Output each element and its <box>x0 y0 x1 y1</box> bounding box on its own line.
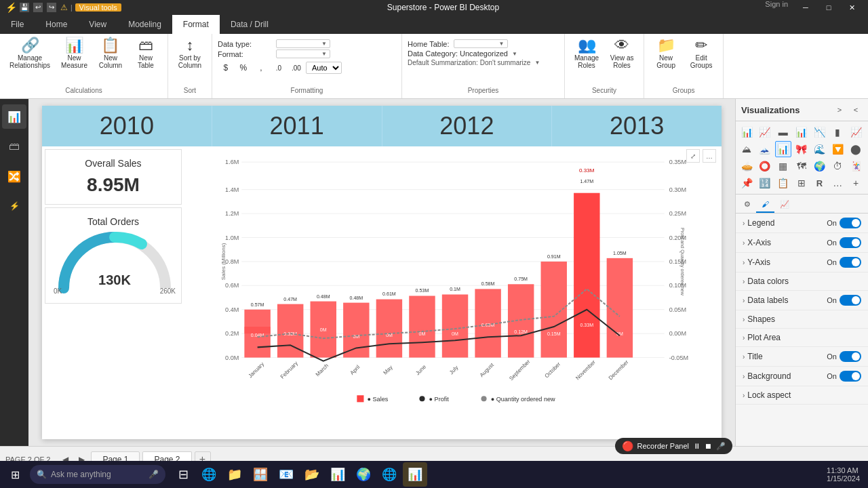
viz-r-visual[interactable]: R <box>811 175 827 191</box>
viz-tab-format[interactable]: 🖌 <box>756 197 774 213</box>
format-option-legend[interactable]: ›LegendOn <box>736 214 868 233</box>
dollar-button[interactable]: $ <box>218 60 234 76</box>
taskbar-search[interactable]: 🔍 Ask me anything 🎤 <box>30 465 165 484</box>
nav-dax-icon[interactable]: ⚡ <box>2 194 26 218</box>
viz-table[interactable]: 📋 <box>775 175 791 191</box>
viz-line[interactable]: 📈 <box>848 124 864 140</box>
manage-relationships-button[interactable]: 🔗 ManageRelationships <box>5 37 54 70</box>
edit-groups-button[interactable]: ✏ EditGroups <box>685 37 717 70</box>
recorder-panel[interactable]: 🔴 Recorder Panel ⏸ ⏹ 🎤 <box>615 438 732 454</box>
taskview-app[interactable]: ⊟ <box>171 462 195 487</box>
files-app[interactable]: 📂 <box>300 462 324 487</box>
viz-treemap[interactable]: ▦ <box>775 158 791 174</box>
close-btn[interactable]: ✕ <box>841 0 863 15</box>
recorder-stop-icon[interactable]: ⏸ <box>693 442 701 450</box>
toggle-legend[interactable] <box>840 218 861 228</box>
tab-file[interactable]: File <box>0 15 35 34</box>
view-as-roles-button[interactable]: 👁 View asRoles <box>606 37 638 70</box>
sort-by-column-button[interactable]: ↕ Sort byColumn <box>174 37 206 70</box>
tab-view[interactable]: View <box>78 15 117 34</box>
excel-app[interactable]: 📊 <box>326 462 350 487</box>
viz-card[interactable]: 🃏 <box>848 158 864 174</box>
viz-more[interactable]: … <box>829 175 846 191</box>
explorer-app[interactable]: 📁 <box>222 462 247 487</box>
maximize-btn[interactable]: □ <box>818 0 840 15</box>
edge-app[interactable]: 🌐 <box>197 462 221 487</box>
powerbi-app[interactable]: 📊 <box>403 462 427 487</box>
toggle-x-axis[interactable] <box>840 237 861 248</box>
toggle-y-axis[interactable] <box>840 257 861 268</box>
viz-area[interactable]: ⛰ <box>738 141 755 157</box>
viz-matrix[interactable]: ⊞ <box>793 175 810 191</box>
auto-format-select[interactable]: Auto <box>306 62 342 74</box>
viz-tab-fields[interactable]: ⚙ <box>738 197 756 213</box>
viz-waterfall[interactable]: 🌊 <box>811 141 827 157</box>
toggle-title[interactable] <box>840 351 861 362</box>
viz-funnel[interactable]: 🔽 <box>829 141 846 157</box>
format-option-data-labels[interactable]: ›Data labelsOn <box>736 291 868 310</box>
minimize-btn[interactable]: ─ <box>795 0 816 15</box>
viz-collapse-btn[interactable]: < <box>849 103 863 117</box>
viz-slicer[interactable]: 🔢 <box>757 175 773 191</box>
viz-map[interactable]: 🗺 <box>793 158 810 174</box>
comma-button[interactable]: , <box>253 60 269 76</box>
format-option-background[interactable]: ›BackgroundOn <box>736 367 868 386</box>
window-controls[interactable]: Sign in ─ □ ✕ <box>765 0 863 15</box>
viz-stacked-area[interactable]: 🗻 <box>757 141 773 157</box>
tab-data-drill[interactable]: Data / Drill <box>220 15 279 34</box>
toggle-data-labels[interactable] <box>840 295 861 306</box>
viz-stacked-column[interactable]: 📊 <box>793 124 810 140</box>
new-table-button[interactable]: 🗃 NewTable <box>130 37 162 70</box>
undo-icon[interactable]: ↩ <box>33 3 43 12</box>
viz-kpi[interactable]: 📌 <box>738 175 755 191</box>
new-measure-button[interactable]: 📊 NewMeasure <box>57 37 92 70</box>
format-option-shapes[interactable]: ›Shapes <box>736 310 868 329</box>
store-app[interactable]: 🪟 <box>248 462 273 487</box>
viz-stacked-bar[interactable]: 📊 <box>738 124 755 140</box>
format-option-lock-aspect[interactable]: ›Lock aspect <box>736 386 868 405</box>
increase-decimal-button[interactable]: .00 <box>288 60 304 76</box>
viz-donut[interactable]: ⭕ <box>757 158 773 174</box>
viz-tab-analytics[interactable]: 📈 <box>774 197 795 213</box>
tab-modeling[interactable]: Modeling <box>117 15 172 34</box>
viz-expand-btn[interactable]: > <box>833 103 846 117</box>
data-type-value[interactable]: ▼ <box>276 39 330 48</box>
chart-more-btn[interactable]: … <box>703 149 716 163</box>
tab-format[interactable]: Format <box>172 15 220 34</box>
chrome-app[interactable]: 🌍 <box>351 462 376 487</box>
format-option-title[interactable]: ›TitleOn <box>736 347 868 367</box>
format-option-plot-area[interactable]: ›Plot Area <box>736 329 868 347</box>
save-icon[interactable]: 💾 <box>20 3 29 12</box>
home-table-value[interactable]: ▼ <box>454 39 508 48</box>
sign-in[interactable]: Sign in <box>765 0 788 15</box>
decrease-decimal-button[interactable]: .0 <box>271 60 287 76</box>
viz-gauge[interactable]: ⏱ <box>829 158 846 174</box>
start-button[interactable]: ⊞ <box>3 462 27 487</box>
viz-clustered-column[interactable]: 📉 <box>811 124 827 140</box>
nav-data-icon[interactable]: 🗃 <box>2 134 26 159</box>
recorder-mic-icon[interactable]: 🎤 <box>716 442 726 451</box>
recorder-record-icon[interactable]: ⏹ <box>705 442 712 450</box>
viz-line-column[interactable]: 📊 <box>775 141 791 157</box>
redo-icon[interactable]: ↪ <box>47 3 56 12</box>
viz-scatter[interactable]: ⬤ <box>848 141 864 157</box>
viz-ribbon[interactable]: 🎀 <box>793 141 810 157</box>
format-option-y-axis[interactable]: ›Y-AxisOn <box>736 253 868 272</box>
chart-focus-btn[interactable]: ⤢ <box>686 149 700 163</box>
percent-button[interactable]: % <box>235 60 252 76</box>
viz-filled-map[interactable]: 🌍 <box>811 158 827 174</box>
new-column-button[interactable]: 📋 NewColumn <box>94 37 127 70</box>
format-value[interactable]: ▼ <box>276 49 330 58</box>
new-group-button[interactable]: 📁 NewGroup <box>650 37 682 70</box>
toggle-background[interactable] <box>840 371 861 382</box>
manage-roles-button[interactable]: 👥 ManageRoles <box>570 37 603 70</box>
viz-100-column[interactable]: ▮ <box>829 124 846 140</box>
viz-pie[interactable]: 🥧 <box>738 158 755 174</box>
nav-model-icon[interactable]: 🔀 <box>2 164 26 188</box>
quick-access-toolbar[interactable]: 💾 ↩ ↪ ⚠ <box>20 3 68 12</box>
format-option-x-axis[interactable]: ›X-AxisOn <box>736 233 868 253</box>
edge-app2[interactable]: 🌐 <box>377 462 401 487</box>
tab-home[interactable]: Home <box>35 15 78 34</box>
mail-app[interactable]: 📧 <box>274 462 298 487</box>
viz-clustered-bar[interactable]: 📈 <box>757 124 773 140</box>
